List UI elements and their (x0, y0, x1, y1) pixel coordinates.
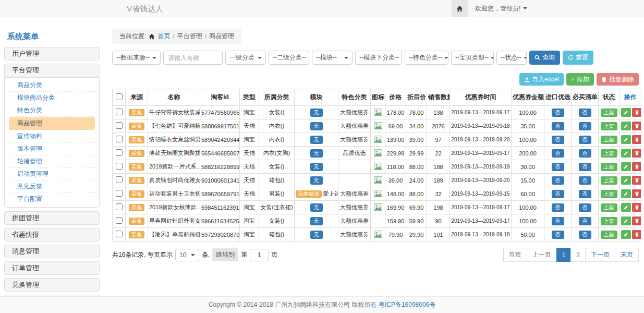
filter-select-6[interactable]: --特色分类-- (405, 51, 448, 65)
delete-button[interactable] (632, 230, 641, 239)
edit-button[interactable] (621, 135, 631, 144)
edit-button[interactable] (621, 230, 631, 239)
import-select-toggle[interactable]: 否 (552, 122, 564, 130)
filter-select-3[interactable]: --二级分类-- (269, 51, 309, 65)
status-badge[interactable]: 上架 (601, 163, 617, 171)
delete-button[interactable] (632, 108, 641, 117)
filter-select-8[interactable]: --状态-- (496, 51, 527, 65)
sidebar-section-兑换管理[interactable]: 兑换管理 (4, 278, 100, 292)
per-page-select[interactable]: 10 (175, 249, 199, 261)
status-badge[interactable]: 上架 (601, 122, 617, 130)
status-badge[interactable]: 上架 (601, 217, 617, 225)
delete-button[interactable] (632, 122, 641, 130)
page-button-2[interactable]: 2 (570, 248, 586, 262)
sidebar-item-模块商品分类[interactable]: 模块商品分类 (5, 92, 99, 104)
row-checkbox[interactable] (116, 136, 123, 142)
icp-link[interactable]: 粤ICP备16098006号 (379, 300, 435, 309)
select-all-checkbox[interactable] (116, 93, 123, 100)
page-button-1[interactable]: 1 (556, 248, 572, 262)
import-select-toggle[interactable]: 否 (552, 217, 564, 225)
page-button-末页[interactable]: 末页 (615, 248, 639, 262)
must-buy-toggle[interactable]: 否 (579, 231, 591, 239)
row-checkbox[interactable] (116, 163, 123, 170)
import-select-toggle[interactable]: 否 (552, 149, 564, 158)
status-badge[interactable]: 上架 (601, 231, 617, 239)
must-buy-toggle[interactable]: 否 (579, 176, 591, 185)
sidebar-section-消息管理[interactable]: 消息管理 (4, 245, 100, 258)
import-select-toggle[interactable]: 否 (552, 190, 564, 198)
must-buy-toggle[interactable]: 否 (579, 136, 591, 144)
filter-select-4[interactable]: --模块-- (312, 51, 353, 65)
add-button[interactable]: + 添加 (566, 73, 594, 86)
row-checkbox[interactable] (116, 122, 123, 129)
sidebar-item-特色分类[interactable]: 特色分类 (5, 104, 99, 117)
status-badge[interactable]: 上架 (601, 190, 617, 198)
delete-button[interactable] (632, 189, 641, 198)
must-buy-toggle[interactable]: 否 (579, 149, 591, 158)
home-button[interactable] (452, 0, 468, 17)
edit-button[interactable] (621, 108, 631, 117)
import-select-toggle[interactable]: 否 (552, 136, 564, 144)
filter-select-7[interactable]: --宝贝类型-- (451, 51, 494, 65)
status-badge[interactable]: 上架 (601, 149, 617, 158)
sidebar-item-版本管理[interactable]: 版本管理 (5, 143, 99, 155)
import-select-toggle[interactable]: 否 (552, 231, 564, 239)
must-buy-toggle[interactable]: 否 (579, 122, 591, 130)
filter-select-2[interactable]: 一级分类 (225, 51, 266, 65)
status-badge[interactable]: 上架 (601, 109, 617, 117)
page-button-首页[interactable]: 首页 (503, 248, 527, 262)
sidebar-item-启动页管理[interactable]: 启动页管理 (5, 168, 99, 180)
row-checkbox[interactable] (116, 176, 123, 183)
edit-button[interactable] (621, 149, 631, 158)
sidebar-section-平台管理[interactable]: 平台管理 (4, 64, 100, 77)
import-select-toggle[interactable]: 否 (552, 163, 564, 171)
import-select-toggle[interactable]: 否 (552, 109, 564, 117)
must-buy-toggle[interactable]: 否 (579, 203, 591, 212)
status-badge[interactable]: 上架 (601, 136, 617, 144)
must-buy-toggle[interactable]: 否 (579, 163, 591, 171)
breadcrumb-home-link[interactable]: 首页 (157, 32, 170, 41)
query-button[interactable]: 查询 (529, 51, 560, 65)
sidebar-item-宣传物料[interactable]: 宣传物料 (5, 130, 99, 143)
delete-button[interactable] (632, 149, 641, 158)
sidebar-section-用户管理[interactable]: 用户管理 (4, 47, 100, 61)
sidebar-section-订单管理[interactable]: 订单管理 (4, 261, 100, 275)
row-checkbox[interactable] (116, 149, 123, 156)
sidebar-item-轮播管理[interactable]: 轮播管理 (5, 155, 99, 168)
name-search-input[interactable] (163, 51, 223, 65)
batch-delete-button[interactable]: 批量删除 (597, 73, 639, 86)
edit-button[interactable] (621, 122, 631, 130)
sidebar-section-省惠快报[interactable]: 省惠快报 (4, 228, 100, 242)
edit-button[interactable] (621, 176, 631, 185)
jump-page-input[interactable] (250, 249, 269, 261)
delete-button[interactable] (632, 216, 641, 225)
edit-button[interactable] (621, 189, 631, 198)
must-buy-toggle[interactable]: 否 (579, 190, 591, 198)
import-select-toggle[interactable]: 否 (552, 203, 564, 212)
filter-select-0[interactable]: --数据来源-- (112, 51, 161, 65)
must-buy-toggle[interactable]: 否 (579, 109, 591, 117)
sidebar-item-商品管理[interactable]: 商品管理 (9, 117, 95, 130)
sidebar-item-意见反馈[interactable]: 意见反馈 (5, 180, 99, 193)
sidebar-section-拼团管理[interactable]: 拼团管理 (4, 211, 100, 225)
page-button-上一页[interactable]: 上一页 (527, 248, 557, 262)
jump-button[interactable]: 跳转到 (212, 248, 238, 261)
status-badge[interactable]: 上架 (601, 203, 617, 212)
import-excel-button[interactable]: 导入excel (519, 73, 564, 86)
edit-button[interactable] (621, 216, 631, 225)
delete-button[interactable] (632, 135, 641, 144)
row-checkbox[interactable] (116, 109, 123, 115)
edit-button[interactable] (621, 203, 631, 212)
delete-button[interactable] (632, 203, 641, 212)
row-checkbox[interactable] (116, 190, 123, 197)
page-button-下一页[interactable]: 下一页 (585, 248, 615, 262)
delete-button[interactable] (632, 162, 641, 171)
row-checkbox[interactable] (116, 231, 123, 237)
reset-button[interactable]: 重置 (563, 51, 593, 65)
edit-button[interactable] (621, 162, 631, 171)
row-checkbox[interactable] (116, 217, 123, 224)
user-menu[interactable]: 欢迎您，管理员! (475, 4, 527, 13)
sidebar-item-商品分类[interactable]: 商品分类 (5, 79, 99, 92)
must-buy-toggle[interactable]: 否 (579, 217, 591, 225)
import-select-toggle[interactable]: 否 (552, 176, 564, 185)
